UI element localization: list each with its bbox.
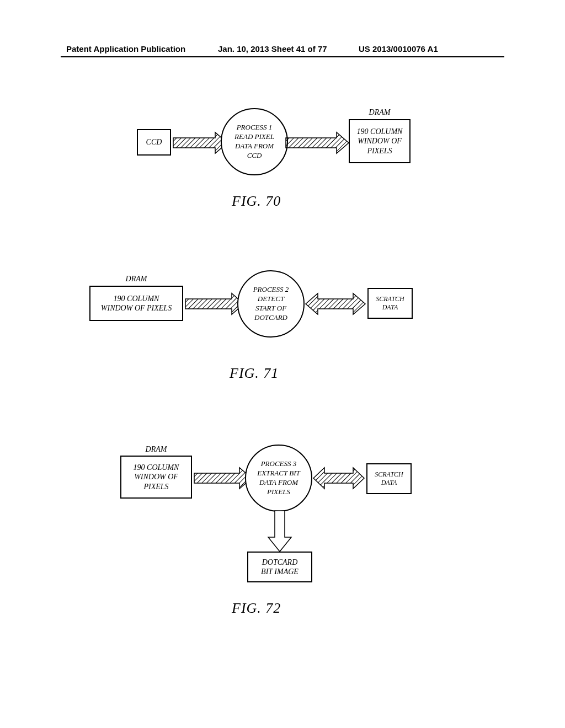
fig72-dram-title: DRAM xyxy=(120,445,192,454)
fig71-circle-text: PROCESS 2 DETECT START OF DOTCARD xyxy=(253,285,289,323)
fig70-arrow-right2-icon xyxy=(285,128,352,158)
header-left: Patent Application Publication xyxy=(66,44,185,53)
fig71-scratch-box: SCRATCH DATA xyxy=(367,288,413,319)
fig71-caption: FIG. 71 xyxy=(230,365,279,382)
fig72-arrow-double-icon xyxy=(309,463,369,493)
fig70-process-circle: PROCESS 1 READ PIXEL DATA FROM CCD xyxy=(221,108,288,175)
fig71-dram-box: 190 COLUMN WINDOW OF PIXELS xyxy=(89,286,183,321)
fig72-bitimage-box: DOTCARD BIT IMAGE xyxy=(247,552,312,582)
fig71-arrow-double-icon xyxy=(301,289,370,319)
fig72-caption: FIG. 72 xyxy=(232,600,281,617)
fig72-circle-text: PROCESS 3 EXTRACT BIT DATA FROM PIXELS xyxy=(257,459,300,497)
header-center: Jan. 10, 2013 Sheet 41 of 77 xyxy=(218,44,327,53)
fig72-arrow-down-icon xyxy=(266,510,294,554)
fig70-ccd-box: CCD xyxy=(137,129,171,156)
fig70-dram-title: DRAM xyxy=(349,108,411,117)
header-right: US 2013/0010076 A1 xyxy=(359,44,438,53)
fig72-process-circle: PROCESS 3 EXTRACT BIT DATA FROM PIXELS xyxy=(245,445,312,512)
page-container: Patent Application Publication Jan. 10, … xyxy=(0,0,565,728)
header-rule xyxy=(61,56,504,57)
fig72-scratch-box: SCRATCH DATA xyxy=(366,463,412,494)
fig71-process-circle: PROCESS 2 DETECT START OF DOTCARD xyxy=(237,270,305,338)
fig71-dram-title: DRAM xyxy=(89,275,183,283)
fig70-dram-box: 190 COLUMN WINDOW OF PIXELS xyxy=(349,119,411,163)
fig70-caption: FIG. 70 xyxy=(232,193,281,210)
fig70-circle-text: PROCESS 1 READ PIXEL DATA FROM CCD xyxy=(234,123,274,160)
fig72-dram-box: 190 COLUMN WINDOW OF PIXELS xyxy=(120,456,192,499)
